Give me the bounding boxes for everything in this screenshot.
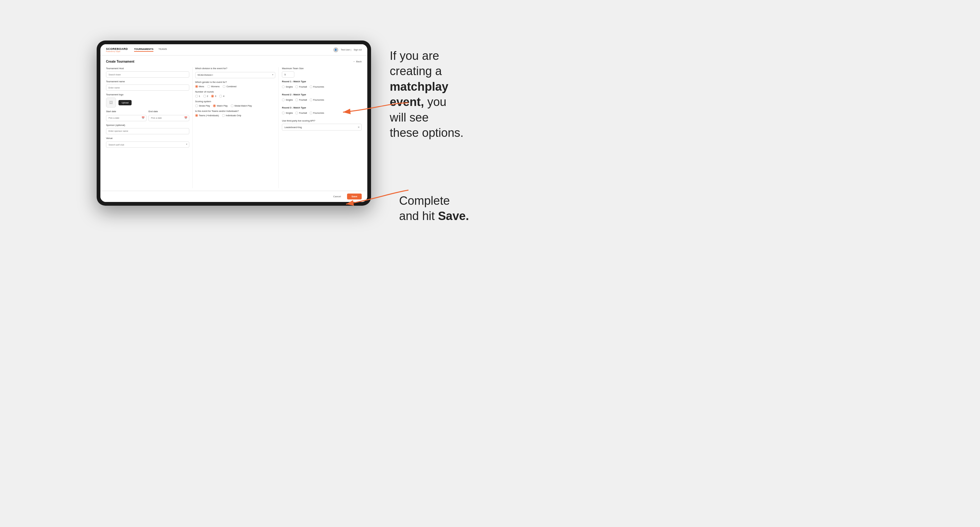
user-avatar: 👤 xyxy=(333,48,338,52)
radio-medal-label: Medal Match Play xyxy=(234,105,252,107)
scoring-stroke[interactable]: Stroke Play xyxy=(195,105,210,107)
radio-match-label: Match Play xyxy=(217,105,228,107)
nav-link-tournaments[interactable]: TOURNAMENTS xyxy=(134,48,153,52)
gender-mens[interactable]: Mens xyxy=(195,85,204,88)
round2-match-type-label: Round 2 - Match Type xyxy=(282,93,362,96)
date-row: Start date 📅 End date xyxy=(106,110,189,121)
round3-foursomes-label: Foursomes xyxy=(313,112,324,114)
teams-option[interactable]: Teams (+Individuals) xyxy=(195,114,219,117)
max-team-size-input[interactable] xyxy=(282,71,294,78)
upload-button[interactable]: Upload xyxy=(118,100,132,105)
annotation-top-right: If you are creating a matchplay event, y… xyxy=(390,48,464,141)
nav-link-teams[interactable]: TEAMS xyxy=(158,48,167,52)
radio-r1-singles xyxy=(282,86,285,88)
scoring-radio-group: Stroke Play Match Play Medal Match Play xyxy=(195,105,276,107)
round2-singles[interactable]: Singles xyxy=(282,98,293,101)
annotation-line5: you xyxy=(427,95,446,108)
radio-round3-label: 3 xyxy=(215,95,216,97)
max-team-size-group: Maximum Team Size xyxy=(282,67,362,78)
radio-r3-foursomes xyxy=(310,111,312,114)
radio-round4-label: 4 xyxy=(223,95,224,97)
round1-match-type-group: Round 1 - Match Type Singles Fourball xyxy=(282,80,362,91)
gender-womens[interactable]: Womens xyxy=(207,85,220,88)
rounds-2[interactable]: 2 xyxy=(203,95,208,98)
signout-link[interactable]: Sign out xyxy=(353,49,362,51)
start-date-input[interactable] xyxy=(106,115,146,121)
radio-match-circle xyxy=(213,105,216,107)
rounds-label: Number of rounds xyxy=(195,90,276,93)
round1-match-type-label: Round 1 - Match Type xyxy=(282,80,362,83)
gender-combined[interactable]: Combined xyxy=(223,85,236,88)
round1-foursomes[interactable]: Foursomes xyxy=(310,86,324,88)
radio-stroke-label: Stroke Play xyxy=(199,105,210,107)
end-date-input[interactable] xyxy=(148,115,189,121)
logo-placeholder: 🖼 xyxy=(106,98,116,108)
radio-medal-circle xyxy=(231,105,234,107)
division-group: Which division is the event for? NCAA Di… xyxy=(195,67,276,78)
round3-singles[interactable]: Singles xyxy=(282,111,293,114)
annotation-line2: creating a xyxy=(390,65,442,78)
round2-fourball[interactable]: Fourball xyxy=(295,98,307,101)
tournament-host-input[interactable] xyxy=(106,71,189,78)
individuals-option[interactable]: Individuals Only xyxy=(222,114,241,117)
radio-r2-foursomes xyxy=(310,98,312,101)
division-select[interactable]: NCAA Division I xyxy=(195,72,276,78)
radio-r3-singles xyxy=(282,111,285,114)
teams-group: Is this event for Teams and/or Individua… xyxy=(195,110,276,117)
teams-radio-group: Teams (+Individuals) Individuals Only xyxy=(195,114,276,117)
round3-foursomes[interactable]: Foursomes xyxy=(310,111,324,114)
round1-fourball[interactable]: Fourball xyxy=(295,86,307,88)
radio-round2-circle xyxy=(203,95,206,98)
sponsor-input[interactable] xyxy=(106,128,189,134)
round1-match-type-options: Singles Fourball Foursomes xyxy=(282,86,362,88)
api-value-text: Leaderboard King xyxy=(284,126,302,129)
user-label: Test User | xyxy=(341,49,351,51)
radio-teams-label: Teams (+Individuals) xyxy=(199,114,219,117)
form-col-right: Maximum Team Size Round 1 - Match Type S… xyxy=(278,67,362,188)
main-content: Create Tournament ← Back Tournament Host… xyxy=(100,56,367,202)
gender-group: Which gender is the event for? Mens Wome… xyxy=(195,81,276,88)
round1-fourball-label: Fourball xyxy=(299,86,307,88)
round1-singles[interactable]: Singles xyxy=(282,86,293,88)
form-grid: Tournament Host Tournament name Tourname… xyxy=(106,67,362,188)
radio-r1-foursomes xyxy=(310,86,312,88)
round3-fourball-label: Fourball xyxy=(299,112,307,114)
form-header: Create Tournament ← Back xyxy=(106,60,362,63)
rounds-group: Number of rounds 1 2 xyxy=(195,90,276,98)
api-close-icon[interactable]: ✕ xyxy=(358,126,360,129)
sponsor-group: Sponsor (optional) xyxy=(106,124,189,134)
rounds-1[interactable]: 1 xyxy=(195,95,200,98)
radio-individuals-circle xyxy=(222,114,225,117)
venue-input[interactable] xyxy=(106,141,189,148)
radio-teams-circle xyxy=(195,114,198,117)
tournament-logo-group: Tournament logo 🖼 Upload xyxy=(106,93,189,108)
end-date-label: End date xyxy=(148,110,189,113)
form-area: Create Tournament ← Back Tournament Host… xyxy=(100,56,367,191)
scoring-label: Scoring system xyxy=(195,100,276,103)
tournament-host-group: Tournament Host xyxy=(106,67,189,78)
brand-title: SCOREBOARD xyxy=(106,48,128,51)
round2-foursomes-label: Foursomes xyxy=(313,99,324,101)
annotation-bottom-line2-bold: Save. xyxy=(438,210,469,222)
api-value-display[interactable]: Leaderboard King ✕ xyxy=(282,124,362,130)
round2-fourball-label: Fourball xyxy=(299,99,307,101)
radio-round4-circle xyxy=(219,95,222,98)
back-button[interactable]: ← Back xyxy=(353,60,362,63)
max-team-size-label: Maximum Team Size xyxy=(282,67,362,70)
form-col-left: Tournament Host Tournament name Tourname… xyxy=(106,67,189,188)
rounds-4[interactable]: 4 xyxy=(219,95,224,98)
radio-r2-fourball xyxy=(295,98,298,101)
dates-group: Start date 📅 End date xyxy=(106,110,189,121)
scoring-match[interactable]: Match Play xyxy=(213,105,228,107)
round1-foursomes-label: Foursomes xyxy=(313,86,324,88)
logo-upload-area: 🖼 Upload xyxy=(106,98,189,108)
annotation-line7: these options. xyxy=(390,126,464,139)
radio-combined-circle xyxy=(223,85,226,88)
rounds-3[interactable]: 3 xyxy=(211,95,216,98)
tournament-name-input[interactable] xyxy=(106,84,189,91)
gender-radio-group: Mens Womens Combined xyxy=(195,85,276,88)
round2-foursomes[interactable]: Foursomes xyxy=(310,98,324,101)
scoring-medal[interactable]: Medal Match Play xyxy=(231,105,252,107)
round3-fourball[interactable]: Fourball xyxy=(295,111,307,114)
division-label: Which division is the event for? xyxy=(195,67,276,70)
